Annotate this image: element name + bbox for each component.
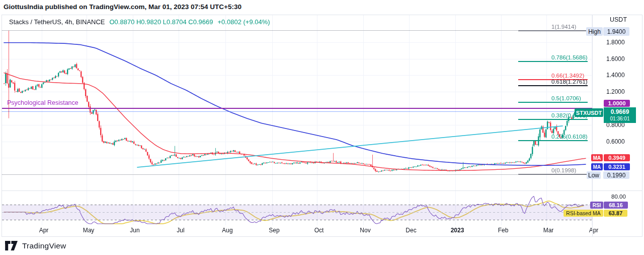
round-number-badge: 1.0000	[604, 100, 630, 107]
rsi-middle-band-line	[2, 212, 592, 213]
fib-level-line[interactable]	[518, 61, 588, 62]
time-axis-label: Aug	[222, 227, 232, 234]
rsi-value-chip: 68.16	[604, 202, 628, 209]
ma-fast-value-chip: 0.3949	[604, 154, 630, 161]
bar-countdown: 01:36:01	[610, 116, 630, 122]
rsi-axis-tick: 80.00	[611, 194, 626, 200]
rsi-ma-value-chip: 63.87	[604, 210, 627, 217]
fib-level-line[interactable]	[518, 174, 588, 175]
time-axis-label: Jul	[177, 227, 184, 234]
rsi-label-chip: RSI	[590, 202, 603, 209]
symbol-badge: STXUSDT	[575, 108, 603, 117]
time-axis-label: Apr	[39, 227, 49, 234]
low-dotted-line	[2, 174, 592, 175]
fib-level-line[interactable]	[518, 140, 588, 141]
low-value-chip: 0.1990	[603, 171, 629, 179]
psychological-resistance-label[interactable]: Psychological Resistance	[7, 99, 78, 106]
price-axis-tick: 0.6000	[606, 138, 625, 145]
high-label-chip: High	[586, 27, 603, 36]
price-axis-tick: 1.4000	[606, 72, 625, 79]
tradingview-brand-text[interactable]: TradingView	[22, 241, 66, 250]
last-price-value: 0.9669	[611, 109, 629, 116]
last-price-dotted-line	[2, 111, 592, 112]
high-value-chip: 1.9400	[603, 27, 629, 36]
time-axis-label: May	[83, 227, 95, 234]
ma-fast-label-chip: MA	[591, 154, 603, 161]
fib-level-label: 0.236(0.6108)	[551, 134, 588, 140]
price-axis-currency: USDT	[610, 16, 627, 23]
psychological-resistance-line[interactable]	[2, 108, 592, 109]
time-axis-label: Apr	[589, 227, 599, 234]
fib-level-label: 0.66(1.3492)	[551, 73, 584, 79]
rsi-upper-band-line	[2, 205, 592, 205]
ma-slow-label-chip: MA	[591, 163, 603, 170]
time-axis-label: Oct	[314, 227, 324, 234]
rsi-lower-band-line	[2, 220, 592, 220]
pane-divider[interactable]	[2, 190, 642, 191]
time-axis-label: 2023	[451, 227, 464, 234]
high-dotted-line	[2, 30, 592, 31]
price-axis-tick: 1.6000	[606, 55, 625, 62]
fib-level-line[interactable]	[518, 102, 588, 103]
rsi-ma-label-chip: RSI-based MA	[564, 210, 603, 217]
fib-level-line[interactable]	[518, 85, 588, 86]
low-label-chip: Low	[587, 171, 601, 179]
symbol-title: Stacks / TetherUS, 4h, BINANCE	[9, 18, 105, 26]
time-axis-label: Sep	[269, 227, 279, 234]
time-axis-label: Jun	[130, 227, 139, 234]
time-axis-label: Feb	[498, 227, 509, 234]
ohlc-values: O0.8870 H0.9820 L0.8704 C0.9669	[110, 18, 213, 26]
fib-level-label: 0.618(1.2761)	[551, 79, 588, 85]
time-axis-label: Dec	[406, 227, 416, 234]
fib-level-label: 0.5(1.0706)	[551, 95, 581, 101]
fib-level-line[interactable]	[518, 30, 588, 31]
fib-level-label: 0.786(1.5686)	[551, 54, 588, 60]
tradingview-logo-icon[interactable]	[5, 241, 18, 250]
time-axis-label: Nov	[360, 227, 370, 234]
change-value: +0.0802 (+9.04%)	[218, 18, 270, 26]
chart-legend[interactable]: Stacks / TetherUS, 4h, BINANCE O0.8870 H…	[9, 18, 270, 26]
ma-slow-value-chip: 0.3231	[604, 163, 630, 170]
time-axis[interactable]: AprMayJunJulAugSepOctNovDec2023FebMarApr	[2, 226, 642, 236]
tradingview-snapshot: GiottusIndia published on TradingView.co…	[0, 0, 644, 255]
fib-level-line[interactable]	[518, 119, 588, 120]
price-axis-tick: 1.2000	[606, 88, 625, 95]
footer: TradingView	[5, 241, 66, 250]
price-axis-tick: 1.8000	[606, 39, 625, 46]
fib-level-label: 0(0.1998)	[551, 167, 576, 173]
fib-level-label: 1(1.9414)	[551, 24, 576, 30]
time-axis-label: Mar	[543, 227, 554, 234]
last-price-badge: 0.9669 01:36:01	[604, 107, 636, 123]
